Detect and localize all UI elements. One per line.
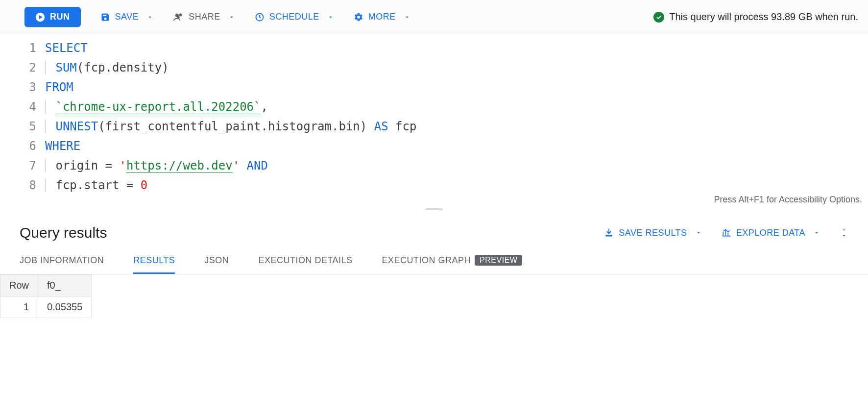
chevron-down-icon (404, 14, 410, 21)
share-label: SHARE (189, 12, 220, 22)
chevron-up-icon (840, 227, 848, 233)
play-icon (35, 12, 45, 22)
svg-point-1 (175, 13, 179, 17)
resize-handle[interactable] (0, 206, 868, 212)
sql-editor[interactable]: 1 2 3 4 5 6 7 8 SELECT SUM(fcp.density) … (0, 34, 868, 206)
save-label: SAVE (115, 12, 139, 22)
query-status: This query will process 93.89 GB when ru… (653, 11, 858, 23)
line-gutter: 1 2 3 4 5 6 7 8 (0, 34, 45, 206)
clock-icon (255, 12, 265, 22)
chevron-down-icon (146, 14, 153, 21)
save-icon (100, 12, 110, 22)
save-results-label: SAVE RESULTS (619, 228, 687, 238)
status-text: This query will process 93.89 GB when ru… (669, 11, 858, 23)
more-button[interactable]: MORE (354, 12, 410, 22)
save-results-button[interactable]: SAVE RESULTS (604, 228, 701, 238)
chevron-down-icon (695, 229, 702, 236)
expand-toggle[interactable] (840, 227, 848, 239)
explore-data-button[interactable]: EXPLORE DATA (722, 228, 820, 238)
table-row[interactable]: 1 0.05355 (0, 296, 92, 318)
results-tabs: JOB INFORMATION RESULTS JSON EXECUTION D… (0, 246, 868, 274)
cell-row-index: 1 (0, 296, 38, 318)
gear-icon (354, 12, 363, 22)
results-table: Row f0_ 1 0.05355 (0, 274, 92, 318)
chevron-down-icon (813, 229, 820, 236)
col-f0: f0_ (38, 275, 92, 296)
tab-execution-details[interactable]: EXECUTION DETAILS (258, 255, 352, 274)
tab-execution-graph[interactable]: EXECUTION GRAPH PREVIEW (382, 255, 523, 274)
schedule-button[interactable]: SCHEDULE (255, 12, 334, 22)
run-label: RUN (50, 12, 70, 22)
preview-badge: PREVIEW (475, 255, 522, 266)
download-icon (604, 228, 614, 238)
save-button[interactable]: SAVE (100, 12, 154, 22)
tab-json[interactable]: JSON (204, 255, 229, 274)
chevron-down-icon (228, 14, 235, 21)
accessibility-hint: Press Alt+F1 for Accessibility Options. (714, 195, 862, 205)
table-header-row: Row f0_ (0, 275, 92, 296)
share-icon (173, 12, 184, 23)
share-button[interactable]: SHARE (173, 12, 235, 23)
chevron-down-icon (327, 14, 334, 21)
check-circle-icon (653, 12, 664, 23)
chart-icon (722, 228, 731, 238)
tab-job-information[interactable]: JOB INFORMATION (20, 255, 104, 274)
results-title: Query results (20, 224, 107, 241)
more-label: MORE (368, 12, 396, 22)
explore-data-label: EXPLORE DATA (736, 228, 805, 238)
col-row: Row (0, 275, 38, 296)
schedule-label: SCHEDULE (269, 12, 319, 22)
results-header: Query results SAVE RESULTS EXPLORE DATA (0, 212, 868, 246)
code-content[interactable]: SELECT SUM(fcp.density) FROM `chrome-ux-… (45, 34, 416, 206)
tab-results[interactable]: RESULTS (133, 255, 175, 274)
chevron-down-icon (840, 233, 848, 239)
cell-f0: 0.05355 (38, 296, 92, 318)
query-toolbar: RUN SAVE SHARE SCHEDULE MORE This query … (0, 0, 868, 34)
run-button[interactable]: RUN (24, 7, 81, 27)
